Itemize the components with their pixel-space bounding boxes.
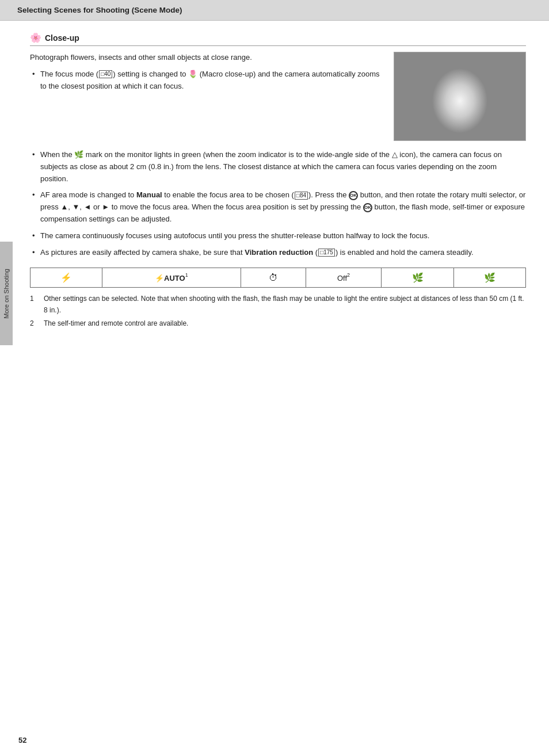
flash-icon: ⚡ [60,273,72,282]
side-tab: More on Shooting [0,242,13,345]
ref-175: □175 [318,249,335,257]
bullet1-text: The focus mode (□40) setting is changed … [40,70,380,90]
settings-table: ⚡ ⚡AUTO1 ⏱ Off2 🌿 🌿 [30,268,526,288]
ref-84: □84 [295,192,308,200]
footnote-2-text: The self-timer and remote control are av… [44,318,188,329]
bullet-item-2: When the 🌿 mark on the monitor lights in… [30,149,526,185]
footnote-2: 2 The self-timer and remote control are … [30,318,526,329]
vibration-reduction-bold: Vibration reduction [245,248,313,257]
top-text-block: Photograph flowers, insects and other sm… [30,52,382,141]
timer-icon: ⏱ [269,273,278,282]
top-bullets: The focus mode (□40) setting is changed … [30,68,382,93]
manual-bold: Manual [136,190,162,199]
table-cell-macro1: 🌿 [382,268,453,288]
footnote-num-2: 2 [30,318,38,329]
macro-icon-1: 🌿 [412,273,424,282]
footnote-1-text: Other settings can be selected. Note tha… [44,293,526,315]
bullet-item-3: AF area mode is changed to Manual to ena… [30,189,526,225]
flash-auto-icon: ⚡AUTO [155,274,185,282]
ok-button-icon: OK [349,191,358,200]
table-cell-timer-icon: ⏱ [241,268,306,288]
table-cell-macro2: 🌿 [453,268,525,288]
footnote-1: 1 Other settings can be selected. Note t… [30,293,526,315]
bullet-item-1: The focus mode (□40) setting is changed … [30,68,382,93]
main-content: 🌸 Close-up Photograph flowers, insects a… [18,21,537,343]
intro-paragraph: Photograph flowers, insects and other sm… [30,52,382,64]
settings-table-row: ⚡ ⚡AUTO1 ⏱ Off2 🌿 🌿 [30,268,526,288]
table-cell-flash-icon: ⚡ [30,268,102,288]
page-number: 52 [18,736,26,744]
footnote-num-1: 1 [30,293,38,315]
macro-icon-2: 🌿 [484,273,495,282]
table-cell-off: Off2 [306,268,382,288]
side-tab-label: More on Shooting [3,269,10,319]
flower-img-visual [394,52,525,140]
bullet-item-4: The camera continuously focuses using au… [30,230,526,242]
flower-image [394,52,526,141]
close-up-icon: 🌸 [30,32,41,43]
page-header: Selecting Scenes for Shooting (Scene Mod… [0,0,549,21]
ref-40: □40 [99,70,112,78]
off-label: Off [337,274,347,282]
ok-button-icon-2: OK [363,203,372,212]
header-title: Selecting Scenes for Shooting (Scene Mod… [17,6,182,14]
footnote-ref-2: 2 [347,272,350,278]
section-title: 🌸 Close-up [30,32,526,46]
main-bullets: When the 🌿 mark on the monitor lights in… [30,149,526,258]
footnote-ref-1: 1 [185,272,188,278]
bullet-item-5: As pictures are easily affected by camer… [30,247,526,259]
top-area: Photograph flowers, insects and other sm… [30,52,526,141]
footnotes-section: 1 Other settings can be selected. Note t… [30,293,526,329]
section-title-text: Close-up [45,33,79,43]
table-cell-flash-auto: ⚡AUTO1 [102,268,241,288]
